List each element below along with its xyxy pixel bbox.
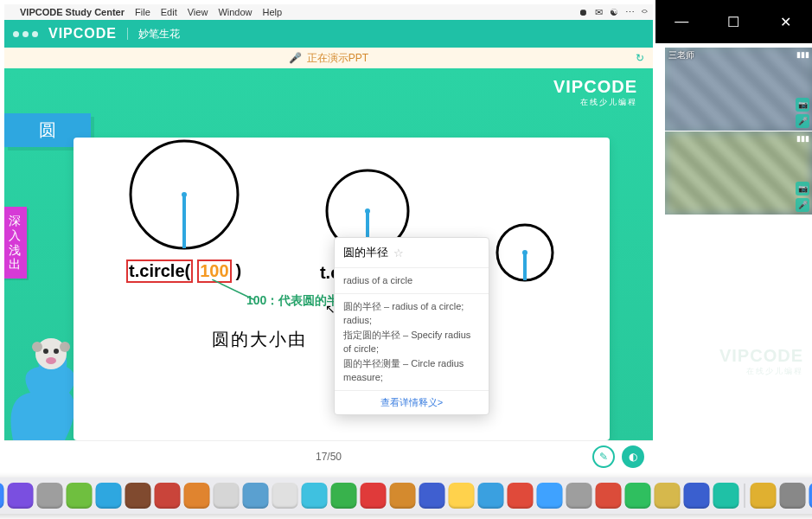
maximize-button[interactable]: ☐	[716, 4, 751, 39]
dock-app-2[interactable]	[36, 483, 62, 509]
signal-icon: ▮▮▮	[796, 50, 809, 59]
dictionary-popup: 圆的半径 ☆ radius of a circle 圆的半径 – radius …	[334, 237, 489, 415]
mac-dock	[0, 477, 812, 514]
wechat-status-icon[interactable]: ✉	[595, 7, 603, 18]
dock-app-11[interactable]	[301, 483, 327, 509]
svg-point-5	[60, 342, 70, 352]
video-panel-teacher[interactable]: 三老师 ▮▮▮ 📷 🎤	[665, 48, 812, 131]
dock-app-5[interactable]	[125, 483, 150, 509]
outer-window-titlebar: — ☐ ✕	[655, 0, 812, 43]
traffic-lights[interactable]	[13, 31, 38, 37]
video-label-teacher: 三老师	[668, 49, 694, 61]
lecture-area: VIPCODE 在线少儿编程 圆 深入浅出	[4, 68, 653, 440]
refresh-icon[interactable]: ↻	[636, 52, 644, 64]
circle-small	[495, 222, 555, 283]
dock-app-3[interactable]	[66, 483, 92, 509]
mac-menu-app[interactable]: VIPCODE Study Center	[20, 7, 125, 17]
dock-app-28[interactable]	[809, 483, 812, 509]
dock-app-15[interactable]	[419, 483, 444, 509]
popup-title: 圆的半径	[343, 245, 388, 260]
minimize-button[interactable]: —	[664, 4, 699, 39]
dock-app-4[interactable]	[95, 483, 121, 509]
popup-examples: 圆的半径 – radius of a circle; radius; 指定圆的半…	[335, 294, 489, 391]
mic-icon[interactable]: 🎤	[796, 198, 809, 212]
close-button[interactable]: ✕	[769, 4, 803, 39]
mac-menubar: VIPCODE Study Center File Edit View Wind…	[4, 4, 653, 20]
dock-app-20[interactable]	[566, 483, 591, 509]
dock-app-10[interactable]	[272, 483, 297, 509]
dock-app-16[interactable]	[448, 483, 474, 509]
mac-menu-file[interactable]: File	[135, 7, 150, 17]
brand-watermark-top: VIPCODE 在线少儿编程	[553, 77, 637, 108]
app-header: VIPCODE 妙笔生花	[4, 20, 653, 48]
popup-more-link[interactable]: 查看详情释义>	[335, 391, 489, 414]
dock-app-14[interactable]	[389, 483, 415, 509]
brand-watermark-bottom: VIPCODE 在线少儿编程	[719, 346, 803, 377]
star-icon[interactable]: ☆	[393, 247, 404, 260]
spacer-icon: ⋯	[625, 7, 635, 18]
dock-app-13[interactable]	[360, 483, 386, 509]
mac-menu-help[interactable]: Help	[263, 7, 283, 17]
dock-app-26[interactable]	[750, 483, 776, 509]
wifi-icon[interactable]: ⌔	[642, 7, 648, 17]
popup-definition: radius of a circle	[335, 268, 489, 294]
app-subtitle: 妙笔生花	[138, 27, 180, 42]
ppt-status-label: 正在演示PPT	[307, 51, 368, 66]
dock-app-21[interactable]	[595, 483, 621, 509]
camera-icon[interactable]: 📷	[796, 182, 809, 195]
page-indicator: 17/50	[316, 451, 342, 463]
dock-app-19[interactable]	[536, 483, 562, 509]
circle-large	[128, 138, 240, 251]
dock-app-27[interactable]	[779, 483, 805, 509]
mic-icon[interactable]: 🎤	[796, 114, 809, 128]
svg-point-14	[522, 250, 527, 255]
svg-point-11	[365, 208, 370, 214]
mac-menu-window[interactable]: Window	[218, 7, 252, 17]
dock-app-24[interactable]	[683, 483, 709, 509]
qq-status-icon[interactable]: ☯	[610, 7, 618, 18]
slide-footer: 17/50 ✎ ◐	[4, 440, 653, 471]
dock-app-0[interactable]	[0, 483, 3, 509]
dock-app-23[interactable]	[654, 483, 680, 509]
description-text: 圆的大小由	[212, 328, 307, 351]
dock-app-9[interactable]	[242, 483, 268, 509]
dock-app-6[interactable]	[154, 483, 180, 509]
mac-menu-edit[interactable]: Edit	[161, 7, 177, 17]
dock-app-7[interactable]	[183, 483, 209, 509]
ppt-status-bar: 🎤 正在演示PPT ↻	[4, 48, 653, 68]
svg-point-8	[182, 192, 187, 197]
dock-app-8[interactable]	[213, 483, 239, 509]
dock-app-18[interactable]	[507, 483, 533, 509]
presenter-icon: 🎤	[289, 52, 302, 64]
svg-point-2	[54, 349, 59, 354]
app-brand: VIPCODE	[48, 26, 117, 42]
eraser-tool-button[interactable]: ◐	[622, 445, 644, 468]
dock-app-25[interactable]	[713, 483, 738, 509]
dock-app-12[interactable]	[330, 483, 356, 509]
svg-point-3	[46, 357, 56, 364]
camera-icon[interactable]: 📷	[796, 98, 809, 112]
svg-point-1	[43, 349, 48, 354]
signal-icon: ▮▮▮	[796, 134, 809, 143]
video-panel-student[interactable]: ▮▮▮ 📷 🎤	[665, 131, 812, 215]
mascot-monkey	[4, 311, 82, 440]
mac-menu-view[interactable]: View	[188, 7, 208, 17]
side-badge: 深入浅出	[4, 207, 27, 279]
dock-app-17[interactable]	[477, 483, 503, 509]
dock-app-1[interactable]	[7, 483, 33, 509]
pen-tool-button[interactable]: ✎	[592, 445, 615, 468]
svg-point-4	[32, 342, 42, 352]
dock-app-22[interactable]	[624, 483, 650, 509]
video-icon[interactable]: ⏺	[579, 7, 588, 17]
